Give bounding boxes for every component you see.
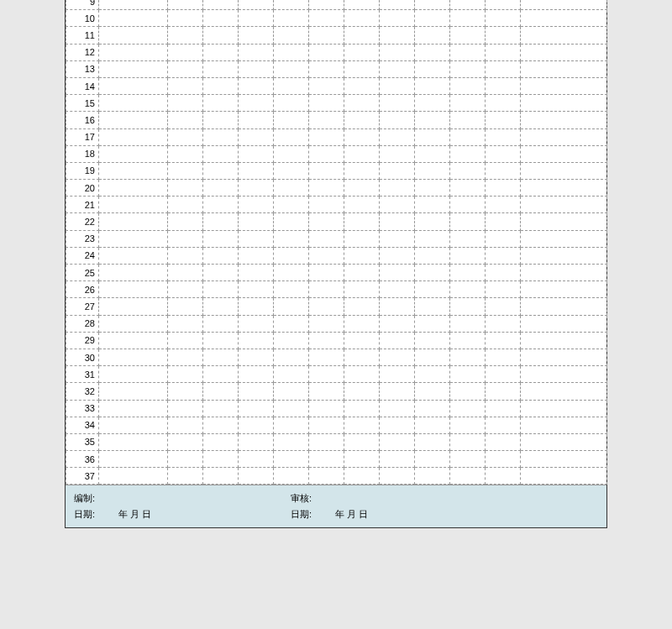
reviewed-by-label: 审核: [291,492,368,505]
data-cell [239,332,274,349]
data-cell [168,451,203,468]
data-cell [168,417,203,433]
table-row: 22 [66,213,607,230]
data-cell [168,10,203,27]
data-cell [486,383,521,400]
data-cell [274,298,309,315]
data-cell [99,433,168,450]
data-cell [521,315,607,332]
data-cell [450,112,486,128]
data-cell [344,44,380,60]
data-cell [486,451,521,468]
data-cell [274,417,309,433]
row-number-cell: 20 [66,180,99,197]
data-cell [309,180,344,197]
data-cell [450,27,486,44]
row-number-cell: 33 [66,400,99,417]
data-cell [380,230,415,247]
data-cell [415,180,450,197]
data-cell [99,60,168,77]
row-number-cell: 29 [66,332,99,349]
data-cell [203,44,239,60]
data-cell [344,366,380,383]
data-cell [486,27,521,44]
table-row: 11 [66,27,607,44]
data-cell [415,265,450,281]
row-number-cell: 13 [66,60,99,77]
data-cell [450,451,486,468]
data-cell [450,145,486,162]
data-cell [168,0,203,10]
data-cell [203,315,239,332]
data-cell [203,128,239,145]
data-cell [521,383,607,400]
data-cell [344,433,380,450]
data-cell [99,366,168,383]
data-cell [274,349,309,365]
data-cell [309,128,344,145]
date-label-left: 日期: [74,508,95,521]
data-cell [274,128,309,145]
data-cell [415,112,450,128]
table-row: 23 [66,230,607,247]
data-cell [486,315,521,332]
date-format-right: 年 月 日 [335,508,368,521]
row-number-cell: 30 [66,349,99,365]
data-cell [521,400,607,417]
data-cell [239,27,274,44]
data-cell [239,77,274,94]
data-cell [450,417,486,433]
data-cell [309,265,344,281]
data-cell [450,468,486,485]
data-table: 9101112131415161718192021222324252627282… [66,0,607,485]
data-cell [521,197,607,213]
data-cell [415,468,450,485]
data-cell [239,247,274,264]
data-cell [99,349,168,365]
data-cell [521,77,607,94]
data-cell [415,230,450,247]
data-cell [168,128,203,145]
data-cell [239,10,274,27]
data-cell [344,77,380,94]
data-cell [521,112,607,128]
table-row: 25 [66,265,607,281]
data-cell [309,332,344,349]
data-cell [450,383,486,400]
data-cell [309,60,344,77]
data-cell [309,281,344,298]
data-cell [309,366,344,383]
data-cell [450,247,486,264]
data-cell [203,247,239,264]
data-cell [274,366,309,383]
data-cell [486,230,521,247]
data-cell [274,95,309,112]
data-cell [99,451,168,468]
data-cell [274,468,309,485]
data-cell [274,332,309,349]
data-cell [203,468,239,485]
data-cell [380,281,415,298]
data-cell [521,128,607,145]
data-cell [521,332,607,349]
data-cell [380,180,415,197]
data-cell [521,298,607,315]
data-cell [415,44,450,60]
data-cell [450,0,486,10]
data-cell [344,145,380,162]
row-number-cell: 14 [66,77,99,94]
row-number-cell: 28 [66,315,99,332]
data-cell [486,112,521,128]
data-cell [99,77,168,94]
data-cell [380,247,415,264]
data-cell [344,27,380,44]
data-cell [380,400,415,417]
data-cell [450,315,486,332]
data-cell [203,180,239,197]
table-row: 37 [66,468,607,485]
data-cell [274,77,309,94]
data-cell [99,44,168,60]
data-cell [486,128,521,145]
data-cell [344,112,380,128]
data-cell [344,451,380,468]
